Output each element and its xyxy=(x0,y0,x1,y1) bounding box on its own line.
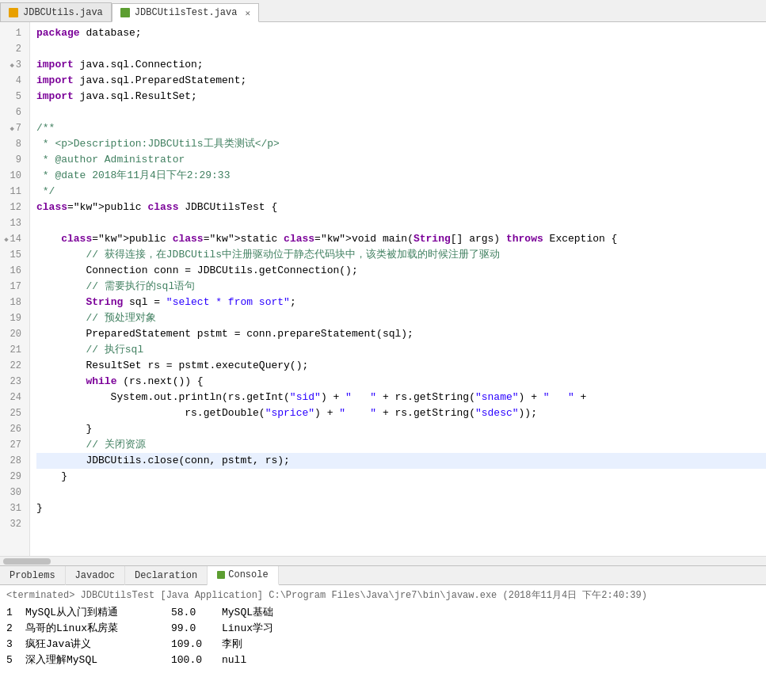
console-area: <terminated> JDBCUtilsTest [Java Applica… xyxy=(0,585,766,700)
console-dot-icon xyxy=(217,571,225,579)
row-num: 5 xyxy=(6,652,22,668)
code-line-13 xyxy=(36,215,766,231)
code-line-1: package database; xyxy=(36,25,766,41)
code-line-14: class="kw">public class="kw">static clas… xyxy=(36,231,766,247)
tab-label-jdbcutilstest: JDBCUtilsTest.java xyxy=(135,7,238,18)
code-line-16: Connection conn = JDBCUtils.getConnectio… xyxy=(36,263,766,279)
code-line-11: */ xyxy=(36,184,766,200)
line-num-21: 21 xyxy=(0,342,25,358)
line-num-7: 7 xyxy=(0,120,25,136)
code-line-3: import java.sql.Connection; xyxy=(36,57,766,73)
tab-console[interactable]: Console xyxy=(208,566,278,585)
line-num-27: 27 xyxy=(0,437,25,453)
row-category: 李刚 xyxy=(222,637,317,652)
tab-jdbcutils[interactable]: JDBCUtils.java xyxy=(0,2,112,21)
code-line-5: import java.sql.ResultSet; xyxy=(36,89,766,105)
test-file-icon xyxy=(120,8,130,17)
problems-label: Problems xyxy=(10,570,55,581)
line-num-8: 8 xyxy=(0,136,25,152)
console-status: <terminated> JDBCUtilsTest [Java Applica… xyxy=(6,588,760,602)
row-name: 鸟哥的Linux私房菜 xyxy=(25,621,168,637)
line-num-5: 5 xyxy=(0,89,25,105)
code-line-6 xyxy=(36,105,766,120)
line-num-29: 29 xyxy=(0,469,25,485)
code-line-30 xyxy=(36,485,766,500)
row-category: MySQL基础 xyxy=(222,605,317,621)
code-line-12: class="kw">public class JDBCUtilsTest { xyxy=(36,200,766,215)
tab-problems[interactable]: Problems xyxy=(0,566,66,585)
line-num-10: 10 xyxy=(0,168,25,184)
line-num-24: 24 xyxy=(0,390,25,405)
console-row: 1MySQL从入门到精通58.0MySQL基础 xyxy=(6,605,760,621)
code-line-32 xyxy=(36,516,766,532)
code-line-15: // 获得连接，在JDBCUtils中注册驱动位于静态代码块中，该类被加载的时候… xyxy=(36,247,766,263)
bottom-tab-bar: Problems Javadoc Declaration Console xyxy=(0,566,766,585)
code-container: 1234567891011121314151617181920212223242… xyxy=(0,22,766,556)
console-row: 2鸟哥的Linux私房菜99.0Linux学习 xyxy=(6,621,760,637)
line-num-2: 2 xyxy=(0,41,25,57)
line-num-28: 28 xyxy=(0,453,25,469)
row-category: null xyxy=(222,652,317,668)
tab-label-jdbcutils: JDBCUtils.java xyxy=(23,7,103,18)
java-file-icon xyxy=(9,8,18,17)
code-line-17: // 需要执行的sql语句 xyxy=(36,279,766,295)
row-name: 疯狂Java讲义 xyxy=(25,637,168,652)
code-line-2 xyxy=(36,41,766,57)
tab-javadoc[interactable]: Javadoc xyxy=(66,566,125,585)
code-line-9: * @author Administrator xyxy=(36,152,766,168)
console-label: Console xyxy=(228,569,268,580)
line-num-23: 23 xyxy=(0,374,25,390)
line-num-1: 1 xyxy=(0,25,25,41)
line-num-25: 25 xyxy=(0,405,25,421)
code-line-7: /** xyxy=(36,120,766,136)
bottom-panel: Problems Javadoc Declaration Console <te… xyxy=(0,565,766,700)
code-line-24: System.out.println(rs.getInt("sid") + " … xyxy=(36,390,766,405)
code-line-25: rs.getDouble("sprice") + " " + rs.getStr… xyxy=(36,405,766,421)
line-numbers: 1234567891011121314151617181920212223242… xyxy=(0,22,30,556)
row-price: 58.0 xyxy=(171,605,219,621)
row-category: Linux学习 xyxy=(222,621,317,637)
tab-close-icon[interactable]: ✕ xyxy=(245,8,250,18)
row-num: 3 xyxy=(6,637,22,652)
code-line-23: while (rs.next()) { xyxy=(36,374,766,390)
editor-area: 1234567891011121314151617181920212223242… xyxy=(0,22,766,565)
tab-jdbcutilstest[interactable]: JDBCUtilsTest.java ✕ xyxy=(112,3,259,22)
declaration-label: Declaration xyxy=(135,570,197,581)
row-num: 2 xyxy=(6,621,22,637)
line-num-16: 16 xyxy=(0,263,25,279)
code-lines[interactable]: package database; import java.sql.Connec… xyxy=(30,22,766,556)
horizontal-scrollbar[interactable] xyxy=(0,556,766,565)
row-num: 1 xyxy=(6,605,22,621)
code-line-28: JDBCUtils.close(conn, pstmt, rs); xyxy=(36,453,766,469)
console-row: 5深入理解MySQL100.0null xyxy=(6,652,760,668)
line-num-18: 18 xyxy=(0,295,25,310)
code-line-4: import java.sql.PreparedStatement; xyxy=(36,73,766,89)
code-line-31: } xyxy=(36,500,766,516)
code-line-18: String sql = "select * from sort"; xyxy=(36,295,766,310)
tab-declaration[interactable]: Declaration xyxy=(125,566,208,585)
line-num-13: 13 xyxy=(0,215,25,231)
line-num-6: 6 xyxy=(0,105,25,120)
code-line-27: // 关闭资源 xyxy=(36,437,766,453)
javadoc-label: Javadoc xyxy=(75,570,115,581)
row-price: 100.0 xyxy=(171,652,219,668)
code-line-22: ResultSet rs = pstmt.executeQuery(); xyxy=(36,358,766,374)
line-num-22: 22 xyxy=(0,358,25,374)
line-num-31: 31 xyxy=(0,500,25,516)
line-num-3: 3 xyxy=(0,57,25,73)
code-line-21: // 执行sql xyxy=(36,342,766,358)
line-num-32: 32 xyxy=(0,516,25,532)
line-num-12: 12 xyxy=(0,200,25,215)
code-line-26: } xyxy=(36,421,766,437)
tab-bar: JDBCUtils.java JDBCUtilsTest.java ✕ xyxy=(0,0,766,22)
line-num-11: 11 xyxy=(0,184,25,200)
code-line-29: } xyxy=(36,469,766,485)
line-num-19: 19 xyxy=(0,310,25,326)
line-num-9: 9 xyxy=(0,152,25,168)
line-num-4: 4 xyxy=(0,73,25,89)
line-num-17: 17 xyxy=(0,279,25,295)
line-num-15: 15 xyxy=(0,247,25,263)
line-num-30: 30 xyxy=(0,485,25,500)
scrollbar-thumb[interactable] xyxy=(3,558,51,565)
console-row: 3疯狂Java讲义109.0李刚 xyxy=(6,637,760,652)
